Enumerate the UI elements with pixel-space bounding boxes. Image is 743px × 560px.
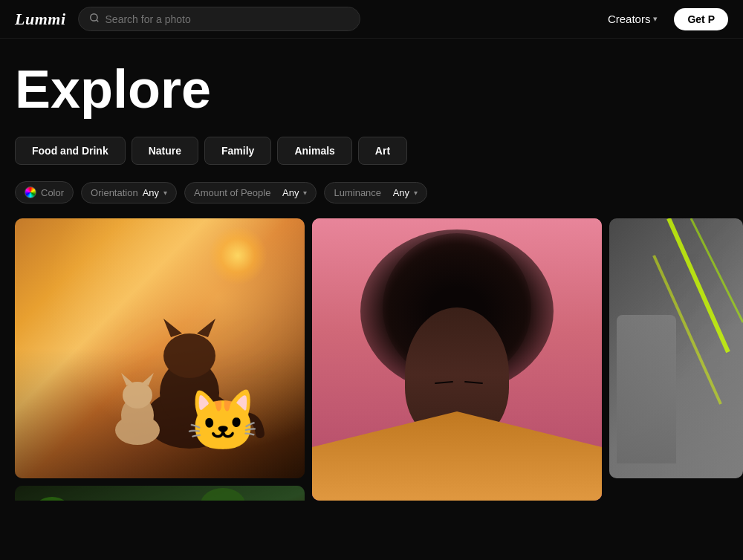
chevron-down-icon: ▾ bbox=[303, 189, 307, 197]
creators-label: Creators bbox=[608, 13, 651, 25]
orientation-filter-label: Orientation bbox=[91, 187, 138, 198]
svg-line-21 bbox=[669, 218, 728, 352]
svg-marker-11 bbox=[142, 373, 154, 385]
category-tab-animals[interactable]: Animals bbox=[277, 137, 351, 165]
category-tab-nature[interactable]: Nature bbox=[132, 137, 198, 165]
search-icon bbox=[89, 13, 100, 25]
category-tab-food-drink[interactable]: Food and Drink bbox=[15, 137, 126, 165]
image-card-cats[interactable] bbox=[15, 218, 305, 478]
orientation-filter-value: Any bbox=[143, 187, 159, 198]
search-bar[interactable] bbox=[78, 7, 360, 31]
svg-point-20 bbox=[201, 488, 245, 501]
luminance-filter-value: Any bbox=[393, 187, 409, 198]
building-image bbox=[15, 486, 305, 501]
get-label: Get P bbox=[687, 13, 715, 25]
luminance-filter[interactable]: Luminance Any ▾ bbox=[324, 182, 427, 204]
image-card-building[interactable] bbox=[15, 486, 305, 501]
filters-row: Color Orientation Any ▾ Amount of People… bbox=[15, 181, 728, 204]
main-content: Explore Food and Drink Nature Family Ani… bbox=[0, 39, 743, 501]
category-tab-art[interactable]: Art bbox=[358, 137, 407, 165]
svg-point-0 bbox=[90, 14, 97, 21]
image-card-woman[interactable] bbox=[312, 218, 602, 501]
creators-button[interactable]: Creators ▾ bbox=[600, 8, 666, 30]
color-circle-icon bbox=[25, 186, 36, 198]
image-card-action[interactable] bbox=[609, 218, 743, 478]
people-filter-label: Amount of People bbox=[194, 187, 270, 198]
chevron-down-icon: ▾ bbox=[163, 189, 167, 197]
svg-line-22 bbox=[691, 218, 743, 322]
logo[interactable]: Lummi bbox=[15, 10, 66, 29]
cats-image bbox=[15, 218, 305, 478]
color-filter-label: Color bbox=[41, 187, 64, 198]
svg-point-9 bbox=[123, 382, 152, 408]
navbar: Lummi Creators ▾ Get P bbox=[0, 0, 743, 39]
svg-point-4 bbox=[163, 333, 215, 378]
people-filter-value: Any bbox=[282, 187, 299, 198]
category-tab-family[interactable]: Family bbox=[204, 137, 271, 165]
search-input[interactable] bbox=[106, 13, 349, 25]
image-col-mid bbox=[312, 218, 602, 501]
color-filter[interactable]: Color bbox=[15, 181, 74, 204]
navbar-left: Lummi bbox=[15, 7, 360, 31]
orientation-filter[interactable]: Orientation Any ▾ bbox=[81, 182, 177, 204]
svg-marker-5 bbox=[163, 319, 182, 337]
svg-point-18 bbox=[33, 497, 71, 501]
chevron-down-icon: ▾ bbox=[653, 14, 658, 24]
page-title: Explore bbox=[15, 62, 728, 116]
svg-marker-10 bbox=[121, 373, 133, 385]
chevron-down-icon: ▾ bbox=[414, 189, 418, 197]
category-tabs: Food and Drink Nature Family Animals Art bbox=[15, 137, 728, 165]
svg-line-1 bbox=[96, 20, 98, 22]
get-premium-button[interactable]: Get P bbox=[674, 8, 728, 30]
image-col-left bbox=[15, 218, 305, 501]
image-col-right bbox=[609, 218, 743, 501]
navbar-right: Creators ▾ Get P bbox=[600, 8, 728, 30]
svg-point-2 bbox=[145, 389, 234, 449]
people-filter[interactable]: Amount of People Any ▾ bbox=[184, 182, 317, 204]
svg-marker-6 bbox=[197, 319, 215, 337]
image-grid bbox=[15, 218, 728, 501]
luminance-filter-label: Luminance bbox=[334, 187, 381, 198]
